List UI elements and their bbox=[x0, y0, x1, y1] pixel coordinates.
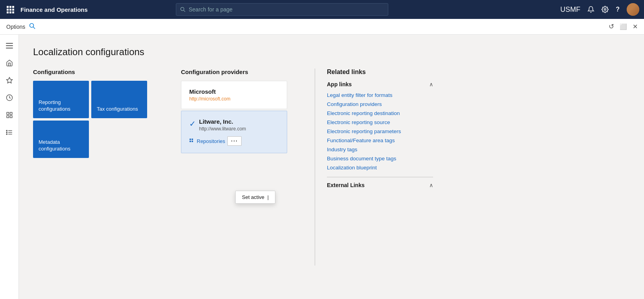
related-links-section: Related links App links ∧ Legal entity f… bbox=[319, 69, 433, 188]
providers-heading: Configuration providers bbox=[181, 69, 299, 75]
sidebar-recent-icon[interactable] bbox=[2, 90, 17, 106]
svg-point-11 bbox=[604, 9, 606, 11]
link-legal-entity[interactable]: Legal entity filter for formats bbox=[327, 91, 433, 100]
refresh-icon[interactable]: ↺ bbox=[609, 22, 614, 31]
gear-icon[interactable] bbox=[602, 6, 609, 13]
avatar[interactable] bbox=[627, 3, 639, 16]
svg-rect-2 bbox=[12, 6, 14, 8]
svg-rect-4 bbox=[9, 9, 11, 11]
link-configuration-providers[interactable]: Configuration providers bbox=[327, 100, 433, 109]
svg-rect-0 bbox=[7, 6, 9, 8]
sidebar-list-icon[interactable] bbox=[2, 124, 17, 140]
link-functional-tags[interactable]: Functional/Feature area tags bbox=[327, 136, 433, 145]
vertical-divider bbox=[315, 69, 315, 266]
svg-rect-15 bbox=[6, 45, 13, 46]
link-er-parameters[interactable]: Electronic reporting parameters bbox=[327, 127, 433, 136]
set-active-dropdown: Set active | bbox=[235, 191, 275, 204]
svg-rect-7 bbox=[9, 11, 11, 13]
metadata-configurations-tile[interactable]: Metadata configurations bbox=[33, 121, 89, 158]
svg-rect-14 bbox=[6, 43, 13, 44]
svg-rect-21 bbox=[7, 116, 9, 118]
configurations-heading: Configurations bbox=[33, 69, 167, 75]
svg-line-10 bbox=[184, 10, 185, 12]
sidebar-menu-icon[interactable] bbox=[2, 38, 17, 54]
more-options-button[interactable]: ··· bbox=[227, 136, 242, 146]
active-check-icon: ✓ bbox=[189, 119, 196, 128]
left-sidebar bbox=[0, 35, 19, 299]
svg-point-28 bbox=[6, 134, 7, 134]
content-grid: Configurations Reporting configurations … bbox=[33, 69, 630, 266]
svg-point-12 bbox=[30, 23, 34, 27]
config-tiles: Reporting configurations Tax configurati… bbox=[33, 81, 147, 158]
svg-point-9 bbox=[181, 7, 184, 11]
top-navigation: Finance and Operations USMF ? bbox=[0, 0, 644, 19]
link-industry-tags[interactable]: Industry tags bbox=[327, 145, 433, 154]
svg-point-27 bbox=[6, 132, 7, 133]
options-right-icons: ↺ ⬜ ✕ bbox=[609, 22, 638, 31]
options-label: Options bbox=[6, 24, 25, 30]
main-content: Localization configurations Configuratio… bbox=[19, 35, 644, 299]
page-title: Localization configurations bbox=[33, 46, 630, 58]
svg-rect-31 bbox=[190, 141, 191, 142]
configurations-section: Configurations Reporting configurations … bbox=[33, 69, 167, 158]
litware-provider-card[interactable]: ✓ Litware, Inc. http://www.litware.com R… bbox=[181, 111, 287, 153]
svg-line-13 bbox=[33, 27, 35, 29]
options-search-icon[interactable] bbox=[29, 23, 35, 31]
grid-icon[interactable] bbox=[5, 4, 16, 15]
app-links-label: App links bbox=[327, 81, 352, 87]
providers-section: Configuration providers Microsoft http:/… bbox=[181, 69, 299, 155]
svg-rect-32 bbox=[192, 141, 193, 142]
svg-marker-17 bbox=[6, 78, 12, 83]
litware-name: Litware, Inc. bbox=[199, 118, 246, 125]
reporting-configurations-tile[interactable]: Reporting configurations bbox=[33, 81, 89, 118]
repositories-button[interactable]: Repositories bbox=[189, 138, 225, 144]
empty-tile bbox=[91, 121, 147, 158]
app-title: Finance and Operations bbox=[20, 6, 88, 13]
svg-rect-16 bbox=[6, 48, 13, 48]
user-name-label: USMF bbox=[560, 6, 580, 14]
section-divider bbox=[327, 177, 433, 177]
tax-configurations-tile[interactable]: Tax configurations bbox=[91, 81, 147, 118]
search-input[interactable] bbox=[189, 6, 384, 13]
search-bar[interactable] bbox=[176, 3, 388, 16]
external-links-header: External Links ∧ bbox=[327, 182, 433, 188]
external-links-label: External Links bbox=[327, 182, 365, 188]
app-links-header: App links ∧ bbox=[327, 81, 433, 87]
svg-rect-20 bbox=[10, 112, 12, 114]
litware-url: http://www.litware.com bbox=[199, 126, 246, 132]
svg-rect-22 bbox=[10, 116, 12, 118]
svg-rect-29 bbox=[190, 139, 191, 140]
svg-rect-6 bbox=[7, 11, 9, 13]
provider-actions: Repositories ··· bbox=[189, 136, 279, 146]
svg-rect-30 bbox=[192, 139, 193, 140]
svg-rect-3 bbox=[7, 9, 9, 11]
microsoft-url: http://microsoft.com bbox=[189, 96, 279, 102]
close-icon[interactable]: ✕ bbox=[633, 23, 638, 30]
svg-rect-1 bbox=[9, 6, 11, 8]
svg-rect-8 bbox=[12, 11, 14, 13]
related-links-title: Related links bbox=[327, 69, 433, 76]
svg-rect-5 bbox=[12, 9, 14, 11]
microsoft-provider-card[interactable]: Microsoft http://microsoft.com bbox=[181, 81, 287, 109]
bell-icon[interactable] bbox=[587, 6, 594, 13]
link-localization-blueprint[interactable]: Localization blueprint bbox=[327, 163, 433, 172]
sidebar-workspace-icon[interactable] bbox=[2, 107, 17, 123]
maximize-icon[interactable]: ⬜ bbox=[620, 23, 627, 30]
set-active-item[interactable]: Set active | bbox=[236, 191, 275, 203]
svg-rect-19 bbox=[7, 112, 9, 114]
app-links-collapse-icon[interactable]: ∧ bbox=[429, 81, 433, 87]
microsoft-name: Microsoft bbox=[189, 88, 279, 95]
svg-point-26 bbox=[6, 130, 7, 131]
options-bar: Options ↺ ⬜ ✕ bbox=[0, 19, 644, 35]
nav-right: USMF ? bbox=[560, 3, 639, 16]
sidebar-home-icon[interactable] bbox=[2, 55, 17, 71]
link-business-doc-tags[interactable]: Business document type tags bbox=[327, 154, 433, 163]
link-er-source[interactable]: Electronic reporting source bbox=[327, 118, 433, 127]
external-links-collapse-icon[interactable]: ∧ bbox=[429, 182, 433, 188]
help-icon[interactable]: ? bbox=[616, 6, 620, 13]
sidebar-star-icon[interactable] bbox=[2, 72, 17, 88]
link-er-destination[interactable]: Electronic reporting destination bbox=[327, 109, 433, 118]
